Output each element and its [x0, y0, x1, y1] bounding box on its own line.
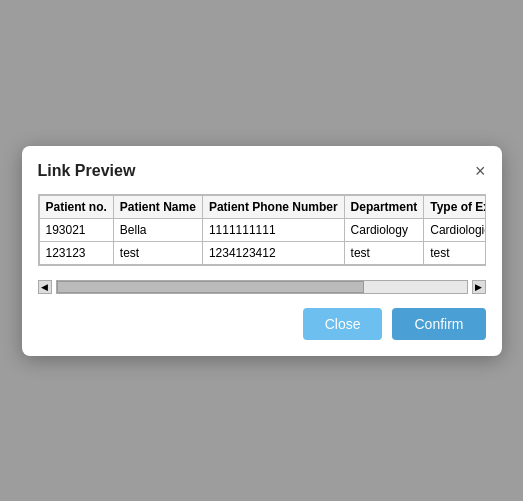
close-button[interactable]: Close — [303, 308, 383, 340]
horizontal-scrollbar[interactable]: ◀ ▶ — [38, 280, 486, 294]
cell-department: Cardiology — [344, 218, 424, 241]
col-department: Department — [344, 195, 424, 218]
scrollbar-thumb[interactable] — [57, 281, 365, 293]
col-patient-no: Patient no. — [39, 195, 113, 218]
modal-close-button[interactable]: × — [475, 162, 486, 180]
cell-examination: test — [424, 241, 486, 264]
table-row: 193021Bella1111111111CardiologyCardiolog… — [39, 218, 486, 241]
col-phone: Patient Phone Number — [202, 195, 344, 218]
table-container: Patient no. Patient Name Patient Phone N… — [38, 194, 486, 266]
cell-patient-no: 123123 — [39, 241, 113, 264]
scroll-right-arrow[interactable]: ▶ — [472, 280, 486, 294]
confirm-button[interactable]: Confirm — [392, 308, 485, 340]
link-preview-modal: Link Preview × Patient no. Patient Name … — [22, 146, 502, 356]
table-header-row: Patient no. Patient Name Patient Phone N… — [39, 195, 486, 218]
cell-examination: Cardiological — [424, 218, 486, 241]
scrollbar-track[interactable] — [56, 280, 468, 294]
cell-patient-no: 193021 — [39, 218, 113, 241]
table-row: 123123test1234123412testtest1/1/1990Vi..… — [39, 241, 486, 264]
data-table: Patient no. Patient Name Patient Phone N… — [39, 195, 486, 265]
modal-footer: Close Confirm — [38, 308, 486, 340]
cell-phone: 1234123412 — [202, 241, 344, 264]
cell-patient-name: Bella — [113, 218, 202, 241]
cell-department: test — [344, 241, 424, 264]
modal-title: Link Preview — [38, 162, 136, 180]
scroll-left-arrow[interactable]: ◀ — [38, 280, 52, 294]
cell-patient-name: test — [113, 241, 202, 264]
col-examination: Type of Examination — [424, 195, 486, 218]
col-patient-name: Patient Name — [113, 195, 202, 218]
modal-header: Link Preview × — [38, 162, 486, 180]
cell-phone: 1111111111 — [202, 218, 344, 241]
